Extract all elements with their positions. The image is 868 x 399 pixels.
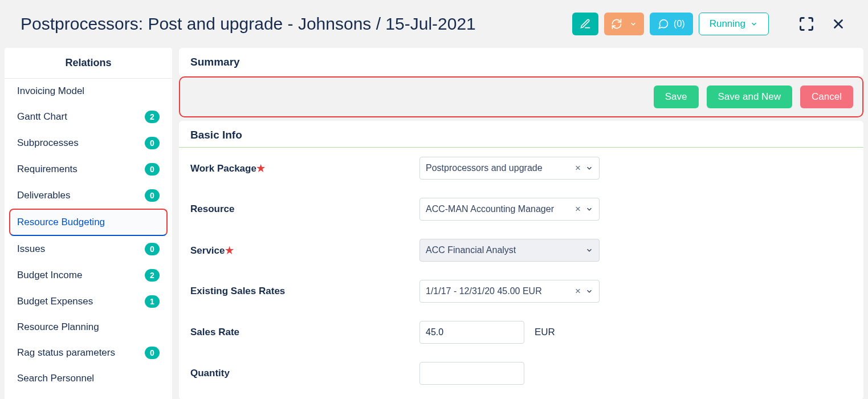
count-badge: 0 [145,347,160,359]
sidebar-item-label: Budget Expenses [17,296,93,307]
select-value: ACC Financial Analyst [426,245,585,255]
sidebar-item-gantt-chart[interactable]: Gantt Chart 2 [5,104,172,130]
row-work-package: Work Package★ Postprocessors and upgrade… [179,148,863,189]
label-work-package: Work Package★ [190,162,419,174]
sidebar-item-label: Resource Planning [17,321,99,333]
sidebar-item-budget-income[interactable]: Budget Income 2 [5,262,172,288]
sidebar-item-search-personnel[interactable]: Search Personnel [5,366,172,391]
status-label: Running [710,18,745,30]
count-badge: 2 [145,269,160,282]
chevron-down-icon [585,287,593,295]
chevron-down-icon [585,246,593,254]
existing-rates-select[interactable]: 1/1/17 - 12/31/20 45.00 EUR × [419,280,600,303]
row-existing-rates: Existing Sales Rates 1/1/17 - 12/31/20 4… [179,271,863,312]
clear-icon[interactable]: × [575,286,581,297]
clear-icon[interactable]: × [575,162,581,174]
main-layout: Relations Invoicing Model Gantt Chart 2 … [0,48,868,399]
refresh-icon [611,18,622,30]
label-service: Service★ [190,245,419,256]
currency-label: EUR [535,327,555,338]
count-badge: 0 [145,163,160,176]
chevron-down-icon [585,164,593,172]
edit-button[interactable] [572,13,598,35]
chevron-down-icon [585,205,593,213]
work-package-select[interactable]: Postprocessors and upgrade × [419,157,600,180]
label-existing-rates: Existing Sales Rates [190,286,419,297]
required-star-icon: ★ [256,163,265,174]
comments-button[interactable]: (0) [650,13,693,35]
count-badge: 1 [145,295,160,308]
card-title: Basic Info [179,121,863,148]
required-star-icon: ★ [225,245,234,256]
sidebar-item-deliverables[interactable]: Deliverables 0 [5,182,172,209]
sidebar-title: Relations [5,48,172,79]
sidebar-item-rag-status[interactable]: Rag status parameters 0 [5,340,172,366]
fullscreen-button[interactable] [797,15,816,33]
sidebar-item-label: Gantt Chart [17,111,67,123]
basic-info-card: Basic Info Work Package★ Postprocessors … [179,121,863,399]
page-header: Postprocessors: Post and upgrade - Johns… [0,0,868,48]
label-quantity: Quantity [190,368,419,379]
sidebar-item-label: Resource Budgeting [17,217,105,228]
save-button[interactable]: Save [654,85,699,108]
comments-count: (0) [674,19,685,29]
resource-select[interactable]: ACC-MAN Accounting Manager × [419,198,600,221]
sidebar-item-subprocesses[interactable]: Subprocesses 0 [5,130,172,156]
sidebar: Relations Invoicing Model Gantt Chart 2 … [5,48,172,399]
sidebar-item-label: Budget Income [17,270,82,281]
sidebar-item-resource-planning[interactable]: Resource Planning [5,315,172,340]
row-resource: Resource ACC-MAN Accounting Manager × [179,189,863,230]
sidebar-item-issues[interactable]: Issues 0 [5,236,172,262]
label-sales-rate: Sales Rate [190,327,419,338]
header-actions: (0) Running [572,13,847,35]
row-quantity: Quantity [179,353,863,394]
count-badge: 0 [145,189,160,202]
sidebar-item-invoicing-model[interactable]: Invoicing Model [5,79,172,104]
count-badge: 0 [145,243,160,255]
count-badge: 0 [145,137,160,149]
comment-icon [658,18,669,30]
label-resource: Resource [190,203,419,215]
sidebar-item-requirements[interactable]: Requirements 0 [5,156,172,182]
sidebar-item-budget-expenses[interactable]: Budget Expenses 1 [5,288,172,315]
main-content: Summary Save Save and New Cancel Basic I… [179,48,863,399]
sidebar-item-label: Requirements [17,164,78,175]
summary-title: Summary [190,56,240,68]
select-value: 1/1/17 - 12/31/20 45.00 EUR [426,286,575,296]
sidebar-item-label: Invoicing Model [17,85,84,97]
form-action-bar: Save Save and New Cancel [179,76,863,117]
row-sales-rate: Sales Rate EUR [179,312,863,353]
sidebar-item-label: Issues [17,243,45,255]
chevron-down-icon [750,20,758,28]
service-select[interactable]: ACC Financial Analyst [419,239,600,262]
clear-icon[interactable]: × [575,203,581,215]
sidebar-item-label: Rag status parameters [17,347,115,359]
select-value: ACC-MAN Accounting Manager [426,204,575,214]
refresh-dropdown-button[interactable] [604,13,644,35]
summary-section: Summary [179,48,863,76]
row-service: Service★ ACC Financial Analyst [179,230,863,271]
save-and-new-button[interactable]: Save and New [707,85,793,108]
select-value: Postprocessors and upgrade [426,163,575,173]
quantity-input[interactable] [419,362,524,385]
sidebar-item-resource-budgeting[interactable]: Resource Budgeting [9,209,168,236]
count-badge: 2 [145,111,160,123]
sales-rate-input[interactable] [419,321,524,344]
status-dropdown[interactable]: Running [699,13,769,35]
sidebar-item-label: Deliverables [17,190,71,201]
pencil-icon [580,18,591,30]
close-button[interactable] [829,15,847,33]
sidebar-item-label: Search Personnel [17,373,94,384]
chevron-down-icon [629,20,637,28]
page-title: Postprocessors: Post and upgrade - Johns… [21,14,572,34]
cancel-button[interactable]: Cancel [800,85,853,108]
sidebar-item-label: Subprocesses [17,137,79,149]
